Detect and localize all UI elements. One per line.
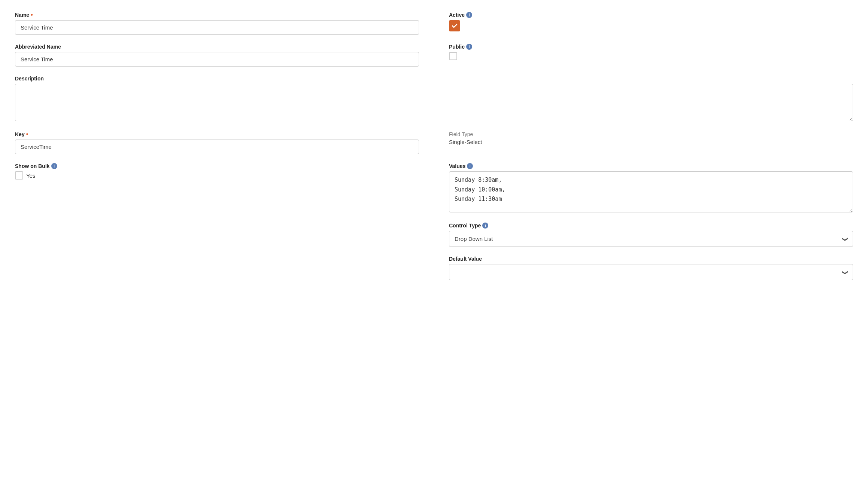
control-type-select[interactable]: Drop Down List Radio Buttons Checkboxes <box>449 231 853 247</box>
default-value-field-group: Default Value ❯ <box>449 256 853 280</box>
field-type-value: Single-Select <box>449 139 853 145</box>
description-label-text: Description <box>15 76 44 82</box>
default-value-label-text: Default Value <box>449 256 482 262</box>
name-label: Name • <box>15 12 419 18</box>
default-value-select[interactable] <box>449 264 853 280</box>
default-value-label: Default Value <box>449 256 853 262</box>
show-on-bulk-label: Show on Bulk i <box>15 163 419 169</box>
name-label-text: Name <box>15 12 29 18</box>
abbreviated-name-field-group: Abbreviated Name <box>15 44 419 67</box>
control-type-label: Control Type i <box>449 223 853 229</box>
description-label: Description <box>15 76 853 82</box>
values-label: Values i <box>449 163 853 169</box>
public-field-group: Public i <box>449 44 853 67</box>
values-label-text: Values <box>449 163 465 169</box>
key-input[interactable] <box>15 140 419 154</box>
control-type-field-group: Control Type i Drop Down List Radio Butt… <box>449 223 853 247</box>
control-type-label-text: Control Type <box>449 223 481 229</box>
left-spacer-2 <box>15 256 419 289</box>
show-on-bulk-info-icon[interactable]: i <box>51 163 57 169</box>
public-label-text: Public <box>449 44 465 50</box>
active-label-text: Active <box>449 12 465 18</box>
active-checkbox[interactable] <box>449 20 460 31</box>
active-info-icon[interactable]: i <box>466 12 472 18</box>
show-on-bulk-field-group: Show on Bulk i Yes <box>15 163 419 214</box>
control-type-info-icon[interactable]: i <box>482 223 488 229</box>
key-label-text: Key <box>15 131 25 137</box>
show-on-bulk-yes-label: Yes <box>26 172 35 179</box>
key-field-group: Key • <box>15 131 419 154</box>
show-on-bulk-row: Yes <box>15 171 419 180</box>
description-textarea[interactable] <box>15 84 853 121</box>
control-type-select-wrapper: Drop Down List Radio Buttons Checkboxes … <box>449 231 853 247</box>
abbreviated-name-label-text: Abbreviated Name <box>15 44 61 50</box>
key-required-dot: • <box>26 131 28 137</box>
abbreviated-name-label: Abbreviated Name <box>15 44 419 50</box>
show-on-bulk-checkbox[interactable] <box>15 171 23 180</box>
active-field-group: Active i <box>449 12 853 35</box>
values-field-group: Values i <box>449 163 853 214</box>
field-type-label: Field Type <box>449 131 853 137</box>
active-label: Active i <box>449 12 853 18</box>
name-required-dot: • <box>31 12 33 18</box>
abbreviated-name-input[interactable] <box>15 52 419 67</box>
default-value-select-wrapper: ❯ <box>449 264 853 280</box>
show-on-bulk-label-text: Show on Bulk <box>15 163 50 169</box>
public-info-icon[interactable]: i <box>466 44 472 50</box>
public-label: Public i <box>449 44 853 50</box>
name-field-group: Name • <box>15 12 419 35</box>
values-textarea[interactable] <box>449 171 853 212</box>
field-type-field-group: Field Type Single-Select <box>449 131 853 154</box>
description-field-group: Description <box>15 76 853 122</box>
values-info-icon[interactable]: i <box>467 163 473 169</box>
name-input[interactable] <box>15 20 419 35</box>
check-icon <box>451 22 458 29</box>
key-label: Key • <box>15 131 419 137</box>
public-checkbox[interactable] <box>449 52 457 60</box>
left-spacer <box>15 223 419 256</box>
